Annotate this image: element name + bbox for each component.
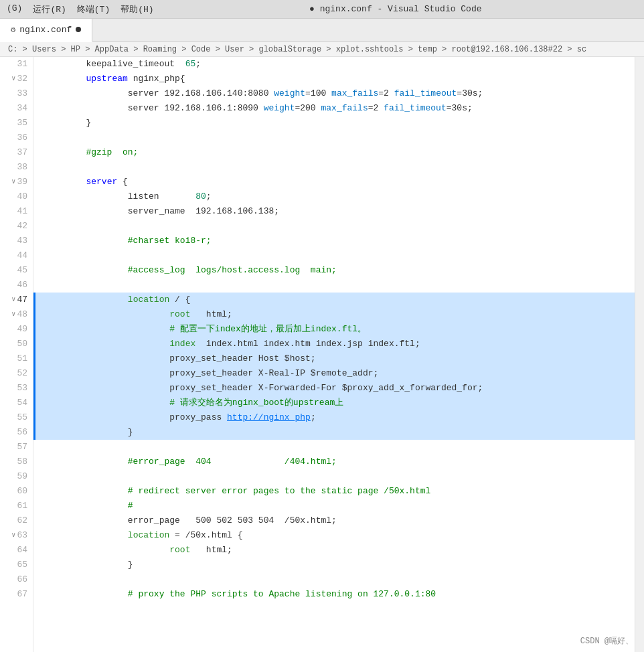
- line-46: 46: [0, 278, 33, 293]
- line-64: 64: [0, 543, 33, 558]
- line-43: 43: [0, 234, 33, 248]
- line-56: 56: [0, 425, 33, 440]
- line-61: 61: [0, 499, 33, 513]
- line-59: 59: [0, 469, 33, 484]
- code-line-38: [33, 160, 635, 175]
- code-line-47: location / {: [33, 293, 635, 307]
- tab-bar: ⚙ nginx.conf: [0, 19, 644, 42]
- line-42: 42: [0, 219, 33, 234]
- line-50: 50: [0, 337, 33, 351]
- code-line-44: [33, 248, 635, 263]
- code-line-36: [33, 131, 635, 145]
- line-67: 67: [0, 587, 33, 602]
- line-55: 55: [0, 410, 33, 425]
- code-line-54: # 请求交给名为nginx_boot的upstream上: [33, 396, 635, 410]
- line-66: 66: [0, 572, 33, 587]
- tab-label: nginx.conf: [19, 25, 72, 35]
- code-line-65: }: [33, 558, 635, 572]
- line-numbers: 31 ∨32 33 34 35 36 37 38 ∨39 40 41 42 43…: [0, 57, 33, 652]
- line-63: ∨63: [0, 528, 33, 543]
- line-38: 38: [0, 160, 33, 175]
- code-line-59: [33, 469, 635, 484]
- menu-help[interactable]: 帮助(H): [120, 3, 153, 15]
- line-45: 45: [0, 263, 33, 278]
- code-line-61: #: [33, 499, 635, 513]
- code-line-35: }: [33, 116, 635, 131]
- code-line-40: listen 80;: [33, 189, 635, 204]
- code-line-52: proxy_set_header X-Real-IP $remote_addr;: [33, 366, 635, 381]
- watermark: CSDN @嗝好、: [580, 635, 633, 647]
- line-41: 41: [0, 204, 33, 219]
- line-53: 53: [0, 381, 33, 396]
- line-47: ∨47: [0, 293, 33, 307]
- line-35: 35: [0, 116, 33, 131]
- modified-dot: [76, 27, 81, 32]
- code-line-60: # redirect server error pages to the sta…: [33, 484, 635, 499]
- menu-terminal[interactable]: 终端(T): [77, 3, 110, 15]
- line-44: 44: [0, 248, 33, 263]
- code-line-46: [33, 278, 635, 293]
- code-line-41: server_name 192.168.106.138;: [33, 204, 635, 219]
- line-39: ∨39: [0, 175, 33, 189]
- code-line-64: root html;: [33, 543, 635, 558]
- code-line-32: upstream nginx_php{: [33, 72, 635, 86]
- code-line-67: # proxy the PHP scripts to Apache listen…: [33, 587, 635, 602]
- code-line-33: server 192.168.106.140:8080 weight=100 m…: [33, 86, 635, 101]
- code-line-31: keepalive_timeout 65;: [33, 57, 635, 72]
- line-65: 65: [0, 558, 33, 572]
- line-36: 36: [0, 131, 33, 145]
- right-scrollbar[interactable]: [635, 57, 644, 652]
- code-line-58: #error_page 404 /404.html;: [33, 455, 635, 469]
- line-32: ∨32: [0, 72, 33, 86]
- active-tab[interactable]: ⚙ nginx.conf: [0, 19, 92, 42]
- code-line-53: proxy_set_header X-Forwarded-For $proxy_…: [33, 381, 635, 396]
- line-51: 51: [0, 351, 33, 366]
- code-line-45: #access_log logs/host.access.log main;: [33, 263, 635, 278]
- code-line-62: error_page 500 502 503 504 /50x.html;: [33, 513, 635, 528]
- line-58: 58: [0, 455, 33, 469]
- code-line-39: server {: [33, 175, 635, 189]
- code-line-43: #charset koi8-r;: [33, 234, 635, 248]
- breadcrumb-path: C: > Users > HP > AppData > Roaming > Co…: [8, 45, 586, 54]
- line-54: 54: [0, 396, 33, 410]
- line-33: 33: [0, 86, 33, 101]
- line-48: ∨48: [0, 307, 33, 322]
- line-34: 34: [0, 101, 33, 116]
- code-line-57: [33, 440, 635, 455]
- code-line-37: #gzip on;: [33, 145, 635, 160]
- window-title: ● nginx.conf - Visual Studio Code: [154, 4, 637, 14]
- line-62: 62: [0, 513, 33, 528]
- code-line-42: [33, 219, 635, 234]
- line-57: 57: [0, 440, 33, 455]
- code-line-49: # 配置一下index的地址，最后加上index.ftl。: [33, 322, 635, 337]
- line-40: 40: [0, 189, 33, 204]
- line-31: 31: [0, 57, 33, 72]
- line-37: 37: [0, 145, 33, 160]
- title-bar: (G) 运行(R) 终端(T) 帮助(H) ● nginx.conf - Vis…: [0, 0, 644, 19]
- code-line-66: [33, 572, 635, 587]
- code-line-34: server 192.168.106.1:8090 weight=200 max…: [33, 101, 635, 116]
- code-line-56: }: [33, 425, 635, 440]
- code-line-50: index index.html index.htm index.jsp ind…: [33, 337, 635, 351]
- code-line-48: root html;: [33, 307, 635, 322]
- line-49: 49: [0, 322, 33, 337]
- line-52: 52: [0, 366, 33, 381]
- code-line-63: location = /50x.html {: [33, 528, 635, 543]
- code-line-51: proxy_set_header Host $host;: [33, 351, 635, 366]
- editor: 31 ∨32 33 34 35 36 37 38 ∨39 40 41 42 43…: [0, 57, 644, 652]
- menu-g[interactable]: (G): [7, 3, 22, 15]
- line-60: 60: [0, 484, 33, 499]
- code-line-55: proxy_pass http://nginx_php;: [33, 410, 635, 425]
- menu-run[interactable]: 运行(R): [33, 3, 66, 15]
- gear-icon: ⚙: [11, 25, 15, 35]
- breadcrumb: C: > Users > HP > AppData > Roaming > Co…: [0, 42, 644, 57]
- menu-bar[interactable]: (G) 运行(R) 终端(T) 帮助(H): [7, 3, 154, 15]
- code-area: keepalive_timeout 65; upstream nginx_php…: [33, 57, 635, 652]
